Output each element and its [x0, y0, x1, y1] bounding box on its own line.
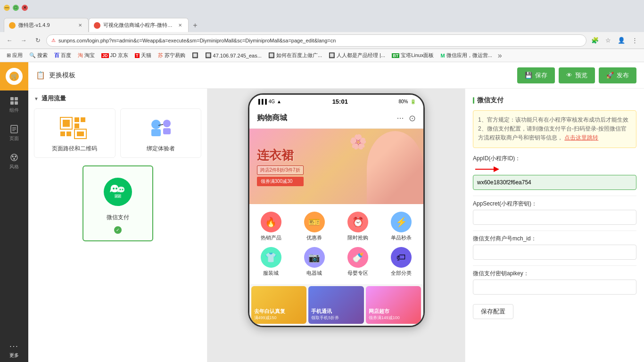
divider-2 [473, 230, 636, 231]
appid-input[interactable] [473, 175, 636, 190]
selected-check-badge: ✓ [114, 226, 122, 234]
svg-rect-5 [15, 101, 18, 105]
cart-icon: 🛒 [9, 71, 19, 82]
component-item-qrcode[interactable]: 页面路径和二维码 [34, 108, 116, 158]
appid-label: AppID(小程序ID)： [473, 155, 636, 163]
bookmark-icon[interactable]: ☆ [603, 35, 614, 46]
address-bar[interactable]: ⚠ sunpns.com/login.php?m=admin&c=Weapp&a… [46, 34, 586, 47]
svg-text:🛒: 🛒 [11, 73, 18, 80]
cat-circle-2: ⏰ [347, 212, 368, 232]
cat-item-7[interactable]: 🏷 全部分类 [380, 244, 423, 280]
banner-tag2: 领券满300减30 [257, 177, 304, 186]
tab-title-1: 微特思-v1.4.9 [18, 22, 50, 29]
bookmark-label: 47.106.97.245_eas... [213, 53, 262, 58]
component-thumb-wechat-pay: ✓✓ [94, 173, 141, 211]
logo-circle: 🛒 [6, 68, 23, 85]
toolbar-actions: 💾 保存 👁 预览 🚀 发布 [517, 67, 636, 83]
cat-label-2: 限时抢购 [347, 234, 368, 241]
settings-icon[interactable]: ⋮ [629, 35, 640, 46]
sidebar-item-style[interactable]: 风格 [0, 147, 28, 175]
profile-icon[interactable]: 👤 [616, 35, 627, 46]
qrcode-thumb [58, 115, 91, 141]
cat-label-6: 母婴专区 [347, 270, 368, 277]
cat-item-5[interactable]: 📷 电器城 [293, 244, 336, 280]
app-logo[interactable]: 🛒 [0, 62, 28, 90]
sidebar-item-page[interactable]: 页面 [0, 119, 28, 147]
bookmark-baidu[interactable]: 百 百度 [51, 51, 74, 60]
bookmark-search[interactable]: 🔍 搜索 [26, 51, 50, 60]
home-circle-icon: ⊙ [409, 113, 416, 123]
sidebar-item-component[interactable]: 组件 [0, 90, 28, 119]
mchid-input[interactable] [473, 245, 636, 260]
cat-icon-6: 🍼 [352, 252, 364, 263]
prod-banner-0[interactable]: 去年白认真复 满499减150 [251, 286, 307, 324]
ip-icon: 🔲 [205, 52, 212, 58]
model-figure [367, 131, 423, 204]
maximize-button[interactable]: □ [13, 5, 19, 11]
sidebar-item-more[interactable]: ··· 更多 [0, 338, 28, 362]
bookmark-ip[interactable]: 🔲 47.106.97.245_eas... [202, 51, 264, 59]
cat-item-6[interactable]: 🍼 母婴专区 [336, 244, 380, 280]
search-bookmark-icon: 🔍 [29, 52, 36, 58]
bookmark-misc1[interactable]: 🔲 [189, 51, 201, 59]
refresh-button[interactable]: ↻ [32, 35, 43, 46]
bookmark-jd[interactable]: JD JD 京东 [99, 51, 131, 60]
extensions-icon[interactable]: 🧩 [589, 35, 601, 46]
component-item-wechat-pay[interactable]: ✓✓ 微信支付 ✓ [83, 165, 153, 241]
appsecret-group: AppSecret(小程序密钥)： [473, 200, 636, 225]
back-button[interactable]: ← [4, 35, 15, 46]
svg-rect-19 [60, 132, 65, 136]
prod-banner-2[interactable]: 网店超市 领券满149减100 [366, 286, 421, 324]
bookmark-suning[interactable]: 苏 苏宁易购 [155, 51, 188, 60]
bookmark-baidu2[interactable]: 🔲 如何在百度上做广... [265, 51, 325, 60]
product-banners: 去年白认真复 满499减150 手机通讯 领取手机5折券 网店超市 领券满149… [249, 284, 423, 326]
cat-item-0[interactable]: 🔥 热销产品 [249, 209, 293, 244]
template-section: 📋 更换模板 [36, 71, 75, 80]
prod-banner-1[interactable]: 手机通讯 领取手机5折券 [308, 286, 364, 324]
template-icon: 📋 [36, 71, 45, 80]
cat-item-1[interactable]: 🎫 优惠券 [293, 209, 336, 244]
tab-1[interactable]: 微特思-v1.4.9 ✕ [4, 18, 89, 32]
sidebar-item-label: 组件 [9, 107, 19, 114]
component-item-binding[interactable]: 绑定体验者 [120, 108, 202, 158]
minimize-button[interactable]: — [4, 5, 10, 11]
bookmark-renren[interactable]: 🔲 人人都是产品经理 |... [326, 51, 388, 60]
bookmark-label: 如何在百度上做广... [276, 52, 322, 59]
bookmark-wechat[interactable]: M 微信应用，微运营... [438, 51, 495, 60]
notice-link[interactable]: 点击这里跳转 [564, 134, 598, 141]
cat-icon-5: 📷 [308, 252, 320, 263]
signal-bars: ▐▐▐ [257, 99, 267, 104]
baidu-icon: 百 [54, 52, 59, 59]
save-config-button[interactable]: 保存配置 [473, 304, 513, 319]
tab-2[interactable]: 可视化微信商城小程序-微特思-v... ✕ [89, 18, 189, 32]
bookmark-label: 百度 [61, 52, 71, 59]
panel-title: 微信支付 [473, 96, 636, 105]
bookmark-tianmao[interactable]: T 天猫 [132, 51, 154, 60]
cat-item-3[interactable]: ⚡ 单品秒杀 [380, 209, 423, 244]
cat-item-2[interactable]: ⏰ 限时抢购 [336, 209, 380, 244]
save-button[interactable]: 💾 保存 [517, 67, 555, 83]
bookmarks-more-button[interactable]: » [496, 51, 504, 60]
publish-button[interactable]: 🚀 发布 [599, 67, 636, 83]
close-button[interactable]: ✕ [22, 5, 28, 11]
main-content: 📋 更换模板 💾 保存 👁 预览 🚀 发布 [28, 62, 644, 362]
tab-close-2[interactable]: ✕ [177, 22, 183, 29]
bookmark-bt[interactable]: BT 宝塔Linux面板 [389, 51, 437, 60]
forward-button[interactable]: → [18, 35, 29, 46]
notice-line2: 2、微信支付配置，请到微信支付平台-扫码登录-按照微信官方流程获取商户号和密钥等… [478, 124, 631, 142]
bookmark-taobao[interactable]: 淘 淘宝 [75, 51, 98, 60]
preview-button[interactable]: 👁 预览 [559, 67, 595, 83]
new-tab-button[interactable]: + [189, 19, 202, 32]
cat-circle-3: ⚡ [391, 212, 412, 232]
component-label-qrcode: 页面路径和二维码 [52, 145, 97, 153]
apikey-label: 微信支付密钥apikey： [473, 270, 636, 278]
cat-item-4[interactable]: 👕 服装城 [249, 244, 293, 280]
appsecret-input[interactable] [473, 210, 636, 225]
security-icon: ⚠ [51, 38, 56, 43]
bookmark-label: 人人都是产品经理 |... [337, 52, 385, 59]
tab-close-1[interactable]: ✕ [77, 22, 83, 29]
section-arrow: ▼ [34, 96, 39, 101]
bookmark-apps[interactable]: ⊞ 应用 [4, 51, 25, 60]
apikey-input[interactable] [473, 280, 636, 295]
window-controls[interactable]: — □ ✕ [4, 5, 28, 11]
